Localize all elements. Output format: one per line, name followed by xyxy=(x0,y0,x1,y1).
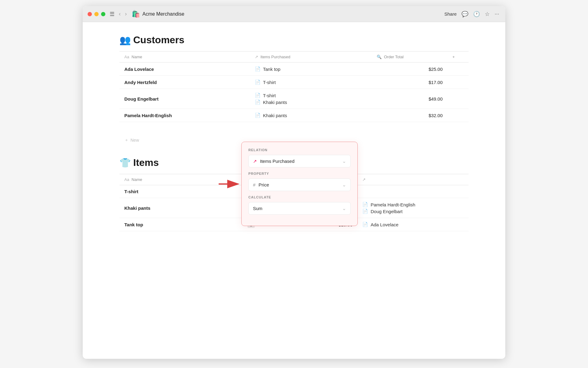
customer-items-4: 📄 Khaki pants xyxy=(250,109,372,122)
titlebar-actions: Share 💬 🕐 ☆ ··· xyxy=(444,11,499,17)
right-arrow-icon xyxy=(217,177,242,191)
item-entry[interactable]: 📄 T-shirt xyxy=(255,79,367,85)
star-icon[interactable]: ☆ xyxy=(485,11,490,17)
hash-icon: # xyxy=(253,182,255,187)
nav-buttons: ‹ › xyxy=(118,10,128,18)
customers-icon: 👥 xyxy=(119,35,131,45)
calculate-value: Sum xyxy=(253,206,262,211)
customers-row-2: Andy Hertzfeld 📄 T-shirt $17.00 xyxy=(119,76,469,89)
search-col-icon: 🔍 xyxy=(377,55,382,59)
customer-items-1: 📄 Tank top xyxy=(250,63,372,76)
item-entry[interactable]: 📄 Khaki pants xyxy=(255,99,367,105)
calculate-selector[interactable]: Sum ⌄ xyxy=(248,202,351,215)
item-entry[interactable]: 📄 T-shirt xyxy=(255,93,367,98)
app-window: ☰ ‹ › 🛍️ Acme Merchandise Share 💬 🕐 ☆ ··… xyxy=(83,6,505,359)
items-title: Items xyxy=(133,157,159,168)
customers-col-total[interactable]: 🔍 Order Total xyxy=(372,52,447,63)
history-icon[interactable]: 🕐 xyxy=(473,11,480,17)
item-entry[interactable]: 📄 Khaki pants xyxy=(255,113,367,118)
doc-icon: 📄 xyxy=(362,209,368,214)
fullscreen-button[interactable] xyxy=(101,12,105,16)
relation-section-label: RELATION xyxy=(248,148,351,152)
name-col-icon: Aa xyxy=(124,55,129,59)
arrow-container xyxy=(217,177,242,191)
doc-icon: 📄 xyxy=(255,93,261,98)
rollup-popup: RELATION ↗ Items Purchased ⌄ PROPERTY # … xyxy=(217,142,358,226)
property-chevron-icon: ⌄ xyxy=(342,182,346,188)
more-icon[interactable]: ··· xyxy=(495,11,499,17)
relation-chevron-icon: ⌄ xyxy=(342,158,346,164)
link-col-icon: ↗ xyxy=(362,177,366,182)
customers-row-4: Pamela Hardt-English 📄 Khaki pants $32.0… xyxy=(119,109,469,122)
add-icon: ＋ xyxy=(124,137,129,143)
app-title: Acme Merchandise xyxy=(142,11,184,17)
rollup-config-card: RELATION ↗ Items Purchased ⌄ PROPERTY # … xyxy=(241,142,358,226)
comment-icon[interactable]: 💬 xyxy=(462,11,468,17)
app-icon: 🛍️ xyxy=(132,10,140,18)
link-entry[interactable]: 📄 Pamela Hardt-English xyxy=(362,202,464,207)
app-title-area: 🛍️ Acme Merchandise xyxy=(132,10,184,18)
item-links-2: 📄 Pamela Hardt-English 📄 Doug Engelbart xyxy=(357,198,469,218)
customers-title: Customers xyxy=(133,34,184,46)
customers-col-items[interactable]: ↗ Items Purchased xyxy=(250,52,372,63)
share-button[interactable]: Share xyxy=(444,11,457,17)
property-selector[interactable]: # Price ⌄ xyxy=(248,178,351,191)
name-col-icon2: Aa xyxy=(124,177,129,182)
doc-icon: 📄 xyxy=(255,79,261,85)
property-value: Price xyxy=(258,182,269,187)
customer-items-3: 📄 T-shirt 📄 Khaki pants xyxy=(250,89,372,109)
doc-icon: 📄 xyxy=(255,99,261,105)
customer-total-4: $32.00 xyxy=(372,109,447,122)
doc-icon: 📄 xyxy=(362,202,368,207)
customer-total-1: $25.00 xyxy=(372,63,447,76)
customer-extra-2 xyxy=(447,76,469,89)
customers-row-1: Ada Lovelace 📄 Tank top $25.00 xyxy=(119,63,469,76)
item-links-3: 📄 Ada Lovelace xyxy=(357,218,469,231)
link-entry[interactable]: 📄 Doug Engelbart xyxy=(362,209,464,214)
customer-items-2: 📄 T-shirt xyxy=(250,76,372,89)
main-content: 👥 Customers Aa Name ↗ Items Purchased 🔍 xyxy=(83,22,505,359)
doc-icon: 📄 xyxy=(255,66,261,72)
items-col-link[interactable]: ↗ xyxy=(357,174,469,185)
back-button[interactable]: ‹ xyxy=(118,10,122,18)
relation-selector[interactable]: ↗ Items Purchased ⌄ xyxy=(248,155,351,167)
customer-extra-4 xyxy=(447,109,469,122)
item-entry[interactable]: 📄 Tank top xyxy=(255,66,367,72)
customers-col-name[interactable]: Aa Name xyxy=(119,52,250,63)
customer-total-3: $49.00 xyxy=(372,89,447,109)
minimize-button[interactable] xyxy=(94,12,99,16)
titlebar: ☰ ‹ › 🛍️ Acme Merchandise Share 💬 🕐 ☆ ··… xyxy=(83,6,505,22)
calculate-section-label: CALCULATE xyxy=(248,195,351,199)
customers-heading: 👥 Customers xyxy=(119,34,469,46)
menu-icon[interactable]: ☰ xyxy=(110,11,115,17)
relation-icon: ↗ xyxy=(253,159,257,164)
property-section-label: PROPERTY xyxy=(248,172,351,175)
doc-icon: 📄 xyxy=(362,222,368,227)
traffic-lights xyxy=(88,12,105,16)
relation-col-icon: ↗ xyxy=(255,55,258,59)
item-links-1 xyxy=(357,185,469,198)
calculate-chevron-icon: ⌄ xyxy=(342,205,346,211)
customer-name-4: Pamela Hardt-English xyxy=(119,109,250,122)
items-icon: 👕 xyxy=(119,157,131,168)
customer-total-2: $17.00 xyxy=(372,76,447,89)
customer-extra-1 xyxy=(447,63,469,76)
customer-name-1: Ada Lovelace xyxy=(119,63,250,76)
customers-table: Aa Name ↗ Items Purchased 🔍 Order Total … xyxy=(119,51,469,122)
customers-col-add[interactable]: + xyxy=(447,52,469,63)
doc-icon: 📄 xyxy=(255,113,261,118)
customer-name-2: Andy Hertzfeld xyxy=(119,76,250,89)
customers-row-3: Doug Engelbart 📄 T-shirt 📄 Khaki pants $… xyxy=(119,89,469,109)
forward-button[interactable]: › xyxy=(124,10,128,18)
close-button[interactable] xyxy=(88,12,92,16)
link-entry[interactable]: 📄 Ada Lovelace xyxy=(362,222,464,227)
relation-value: Items Purchased xyxy=(260,159,295,164)
customer-name-3: Doug Engelbart xyxy=(119,89,250,109)
customer-extra-3 xyxy=(447,89,469,109)
